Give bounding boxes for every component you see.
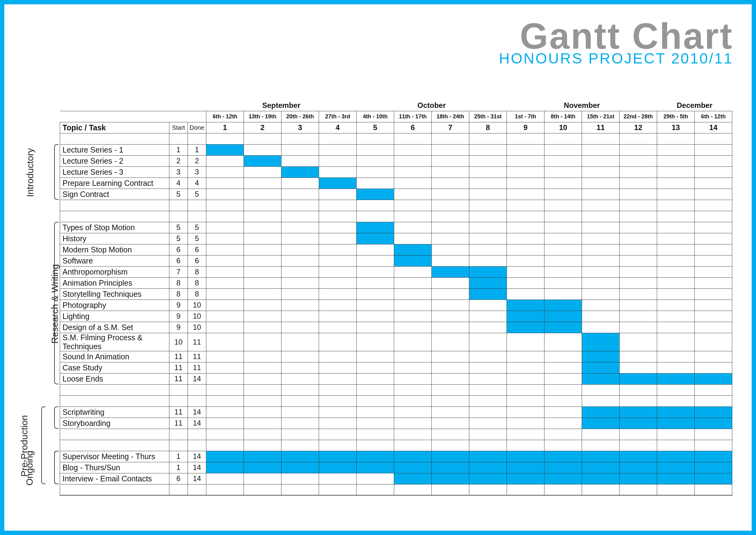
- gantt-bar: [620, 373, 657, 384]
- gantt-bar: [507, 462, 544, 473]
- gantt-bar: [695, 373, 732, 384]
- section-bracket: [41, 407, 45, 484]
- task-start: 8: [169, 277, 188, 289]
- gantt-bar: [507, 322, 544, 333]
- week-range: 25th - 31st: [469, 111, 507, 122]
- gantt-table: SeptemberOctoberNovemberDecember6th - 12…: [60, 100, 732, 495]
- task-start: 9: [169, 322, 188, 333]
- task-row: Photography910: [60, 299, 732, 311]
- gantt-bar: [282, 451, 319, 462]
- task-done: 8: [188, 277, 206, 289]
- gantt-bar: [582, 351, 620, 362]
- gantt-bar: [544, 299, 582, 311]
- task-row: Software66: [60, 255, 732, 266]
- gantt-bar: [394, 255, 432, 266]
- task-start: 10: [169, 333, 188, 351]
- task-row: Types of Stop Motion55: [60, 222, 732, 233]
- gantt-bar: [582, 473, 620, 484]
- gantt-bar: [319, 451, 357, 462]
- task-start: 2: [169, 155, 188, 166]
- task-name: Loose Ends: [60, 373, 169, 384]
- task-name: Software: [60, 255, 169, 266]
- month-header: December: [657, 100, 732, 111]
- week-number: 10: [544, 122, 582, 133]
- task-row: Lighting910: [60, 311, 732, 322]
- task-start: 6: [169, 255, 188, 266]
- task-name: Storyboarding: [60, 418, 169, 429]
- task-done: 11: [188, 333, 206, 351]
- col-header-done: Done: [188, 122, 206, 133]
- task-start: 11: [169, 418, 188, 429]
- task-start: 5: [169, 189, 188, 200]
- task-name: Sound In Animation: [60, 351, 169, 362]
- gantt-bar: [282, 462, 319, 473]
- gantt-chart: IntroductoryResearch & WritingPre-Produc…: [26, 100, 739, 495]
- gantt-bar: [582, 462, 620, 473]
- task-done: 14: [188, 462, 206, 473]
- task-name: S.M. Filming Process & Techniques: [60, 333, 169, 351]
- gantt-bar: [432, 266, 469, 277]
- week-range: 13th - 19th: [244, 111, 282, 122]
- section-bracket: [54, 144, 59, 200]
- gantt-bar: [582, 362, 620, 373]
- gantt-bar: [657, 462, 695, 473]
- task-start: 1: [169, 144, 188, 155]
- gantt-bar: [544, 311, 582, 322]
- task-done: 3: [188, 166, 206, 178]
- gantt-bar: [357, 462, 394, 473]
- task-row: Storytelling Techniques88: [60, 289, 732, 299]
- task-start: 9: [169, 299, 188, 311]
- week-number: 12: [620, 122, 657, 133]
- task-name: Modern Stop Motion: [60, 244, 169, 255]
- week-number: 13: [657, 122, 695, 133]
- week-range: 20th - 26th: [282, 111, 319, 122]
- task-start: 11: [169, 373, 188, 384]
- gantt-bar: [432, 451, 469, 462]
- gantt-bar: [244, 451, 282, 462]
- gantt-bar: [206, 144, 244, 155]
- gantt-bar: [695, 473, 732, 484]
- task-name: Photography: [60, 299, 169, 311]
- section-bracket: [54, 407, 59, 429]
- gantt-bar: [657, 407, 695, 418]
- task-row: Interview - Email Contacts614: [60, 473, 732, 484]
- week-range: 6th - 12th: [695, 111, 732, 122]
- task-name: Lighting: [60, 311, 169, 322]
- task-name: Anthropomorphism: [60, 266, 169, 277]
- gantt-bar: [244, 155, 282, 166]
- month-header: September: [206, 100, 357, 111]
- week-range: 11th - 17th: [394, 111, 432, 122]
- gantt-bar: [432, 473, 469, 484]
- gantt-bar: [620, 473, 657, 484]
- task-name: History: [60, 233, 169, 244]
- task-name: Design of a S.M. Set: [60, 322, 169, 333]
- task-start: 8: [169, 289, 188, 299]
- task-name: Storytelling Techniques: [60, 289, 169, 299]
- week-range: 6th - 12th: [206, 111, 244, 122]
- task-done: 4: [188, 178, 206, 189]
- task-name: Animation Principles: [60, 277, 169, 289]
- gantt-bar: [582, 407, 620, 418]
- gantt-bar: [394, 451, 432, 462]
- task-start: 6: [169, 473, 188, 484]
- task-start: 11: [169, 362, 188, 373]
- gantt-bar: [582, 451, 620, 462]
- week-range: 27th - 3rd: [319, 111, 357, 122]
- task-done: 8: [188, 289, 206, 299]
- task-done: 14: [188, 418, 206, 429]
- task-start: 1: [169, 451, 188, 462]
- task-done: 10: [188, 311, 206, 322]
- gantt-bar: [357, 222, 394, 233]
- task-done: 5: [188, 189, 206, 200]
- task-row: Case Study1111: [60, 362, 732, 373]
- gantt-bar: [206, 451, 244, 462]
- task-name: Sign Contract: [60, 189, 169, 200]
- task-start: 9: [169, 311, 188, 322]
- week-range: 8th - 14th: [544, 111, 582, 122]
- gantt-bar: [469, 266, 507, 277]
- section-bracket: [54, 451, 59, 484]
- col-header-topic: Topic / Task: [60, 122, 169, 133]
- task-start: 6: [169, 244, 188, 255]
- gantt-bar: [394, 473, 432, 484]
- month-header: October: [357, 100, 507, 111]
